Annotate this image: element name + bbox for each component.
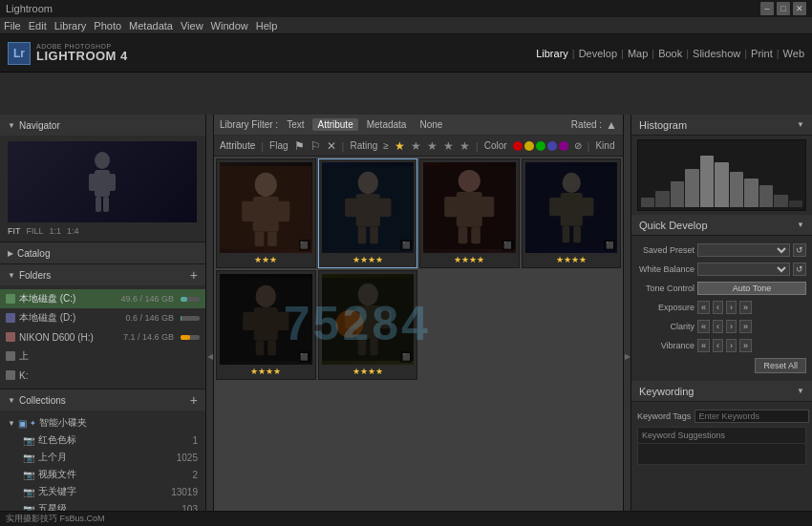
exp-inc-inc[interactable]: » [739, 301, 752, 314]
photo-cell-6[interactable]: ⬛ ★★★★ [318, 270, 418, 380]
clarity-inc-inc[interactable]: » [739, 320, 752, 333]
navigator-header[interactable]: ▼ Navigator [0, 115, 205, 136]
coll-icon-3: 📷 [23, 470, 34, 480]
photo-cell-1[interactable]: ⬛ ★★★ [216, 158, 316, 268]
rating-op[interactable]: ≥ [383, 140, 389, 151]
star5[interactable]: ★ [459, 139, 470, 153]
exp-dec[interactable]: ‹ [713, 301, 723, 314]
photo-cell-4[interactable]: ⬛ ★★★★ [522, 158, 622, 268]
collections-header[interactable]: ▼ Collections + [0, 389, 205, 410]
exp-dec-dec[interactable]: « [697, 301, 710, 314]
module-slideshow[interactable]: Slideshow [693, 48, 740, 59]
menu-photo[interactable]: Photo [94, 20, 121, 32]
menu-edit[interactable]: Edit [29, 20, 47, 32]
vib-inc[interactable]: › [726, 339, 737, 352]
photo-cell-3[interactable]: ⬛ ★★★★ [419, 158, 520, 268]
nav-fill[interactable]: FILL [27, 226, 44, 236]
menu-metadata[interactable]: Metadata [129, 20, 173, 32]
folders-header[interactable]: ▼ Folders + [0, 264, 205, 285]
reset-all-btn[interactable]: Reset All [755, 358, 806, 373]
histogram-header[interactable]: Histogram ▼ [631, 115, 812, 136]
color-blue[interactable] [547, 141, 557, 151]
flag-icon2[interactable]: ⚐ [310, 139, 321, 153]
left-panel-collapse-btn[interactable]: ◀ [206, 115, 214, 526]
module-book[interactable]: Book [658, 48, 682, 59]
vib-dec-dec[interactable]: « [697, 339, 710, 352]
preset-row: Saved Preset ↺ [637, 242, 806, 259]
menu-help[interactable]: Help [256, 20, 278, 32]
svg-rect-37 [254, 307, 278, 341]
module-print[interactable]: Print [751, 48, 773, 59]
filter-text-btn[interactable]: Text [282, 118, 309, 131]
wb-select[interactable] [697, 263, 790, 276]
exp-inc[interactable]: › [726, 301, 737, 314]
color-green[interactable] [536, 141, 545, 151]
color-red[interactable] [513, 141, 523, 151]
filter-attribute-btn[interactable]: Attribute [312, 118, 357, 131]
photo-cell-2[interactable]: ⬛ ★★★★ [318, 158, 418, 268]
filter-none-btn[interactable]: None [415, 118, 447, 131]
filter-metadata-btn[interactable]: Metadata [362, 118, 412, 131]
coll-item-1[interactable]: 📷 红色色标 1 [0, 431, 205, 449]
star1[interactable]: ★ [395, 139, 405, 153]
coll-item-3[interactable]: 📷 视频文件 2 [0, 466, 205, 483]
collections-label: Collections [19, 395, 66, 406]
photo-badge-5: ⬛ [299, 351, 310, 363]
folder-item-c[interactable]: 本地磁盘 (C:) 49.6 / 146 GB [0, 289, 205, 308]
star4[interactable]: ★ [443, 139, 454, 153]
keywording-header[interactable]: Keywording ▼ [631, 381, 812, 402]
folder-h-size: 7.1 / 14.6 GB [123, 332, 174, 342]
filter-expand-icon[interactable]: ▲ [606, 118, 617, 132]
nav-1-4[interactable]: 1:4 [67, 226, 79, 236]
folder-k-label: K: [19, 370, 200, 381]
menu-view[interactable]: View [181, 20, 203, 32]
folder-item-k[interactable]: K: [0, 366, 205, 385]
clarity-inc[interactable]: › [726, 320, 737, 333]
folder-item-d[interactable]: 本地磁盘 (D:) 0.6 / 146 GB [0, 308, 205, 327]
smart-collections-parent[interactable]: ▼ ▣ ✦ 智能小碟夹 [0, 414, 205, 431]
collections-add-icon[interactable]: + [190, 392, 198, 408]
photo-cell-5[interactable]: ⬛ ★★★★ [216, 270, 316, 380]
coll-item-4[interactable]: 📷 无关键字 13019 [0, 483, 205, 500]
catalog-header[interactable]: ▶ Catalog [0, 242, 205, 263]
color-purple[interactable] [559, 141, 568, 151]
star3[interactable]: ★ [427, 139, 438, 153]
clarity-dec-dec[interactable]: « [697, 320, 710, 333]
navigator-label: Navigator [19, 120, 60, 131]
star2[interactable]: ★ [411, 139, 421, 153]
folder-item-up[interactable]: 上 [0, 347, 205, 366]
color-none-icon[interactable]: ⊘ [574, 140, 582, 151]
module-web[interactable]: Web [783, 48, 804, 59]
vib-inc-inc[interactable]: » [739, 339, 752, 352]
folder-d-size: 0.6 / 146 GB [125, 313, 174, 323]
quick-develop-header[interactable]: Quick Develop ▼ [631, 215, 812, 236]
kw-input[interactable] [694, 410, 809, 423]
close-btn[interactable]: ✕ [793, 2, 806, 15]
coll-item-2[interactable]: 📷 上个月 1025 [0, 449, 205, 466]
nav-fit[interactable]: FIT [8, 226, 21, 236]
folder-item-h[interactable]: NIKON D600 (H:) 7.1 / 14.6 GB [0, 327, 205, 347]
preset-reset-btn[interactable]: ↺ [793, 243, 806, 257]
auto-tone-btn[interactable]: Auto Tone [697, 282, 806, 295]
preset-select[interactable] [697, 243, 790, 257]
flag-icon3[interactable]: ✕ [327, 139, 336, 153]
menu-window[interactable]: Window [211, 20, 248, 32]
app-title: Lightroom [6, 3, 53, 14]
flag-icon1[interactable]: ⚑ [294, 139, 305, 153]
minimize-btn[interactable]: – [760, 2, 774, 15]
module-develop[interactable]: Develop [579, 48, 617, 59]
maximize-btn[interactable]: □ [777, 2, 790, 15]
svg-rect-24 [444, 197, 458, 217]
vib-dec[interactable]: ‹ [713, 339, 723, 352]
svg-rect-25 [481, 197, 495, 217]
clarity-dec[interactable]: ‹ [713, 320, 723, 333]
wb-reset-btn[interactable]: ↺ [793, 263, 806, 276]
right-panel-collapse-btn[interactable]: ▶ [623, 115, 630, 526]
module-map[interactable]: Map [628, 48, 648, 59]
nav-1-1[interactable]: 1:1 [50, 226, 62, 236]
menu-file[interactable]: File [4, 20, 21, 32]
color-yellow[interactable] [524, 141, 534, 151]
module-library[interactable]: Library [536, 48, 568, 59]
menu-library[interactable]: Library [54, 20, 87, 32]
folders-add-icon[interactable]: + [190, 267, 198, 283]
